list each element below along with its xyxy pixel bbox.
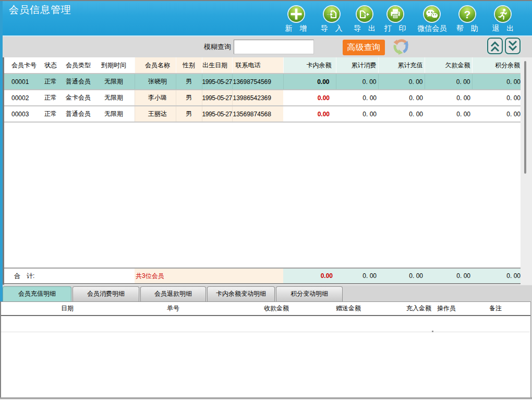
svg-text:?: ? bbox=[464, 8, 470, 20]
